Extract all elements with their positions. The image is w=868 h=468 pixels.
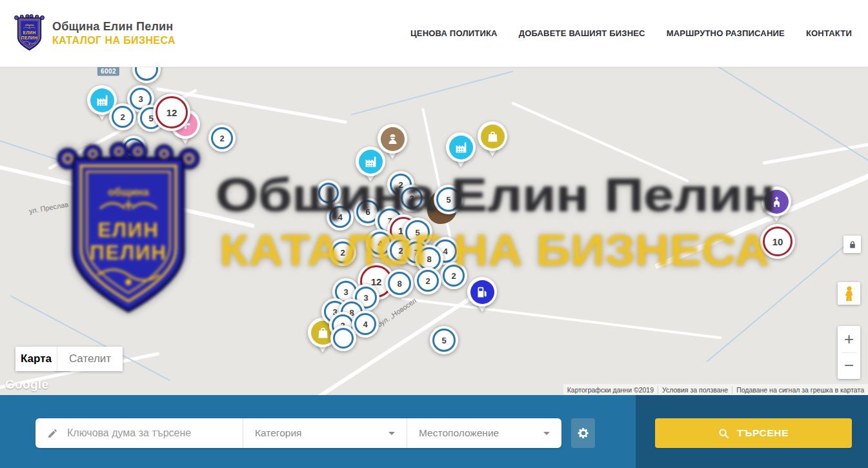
keyword-input[interactable]: [66, 427, 243, 440]
nav-item-pricing[interactable]: ЦЕНОВА ПОЛИТИКА: [410, 28, 498, 38]
church-icon: [770, 195, 783, 209]
cluster-marker[interactable]: 2: [208, 125, 236, 152]
pencil-icon: [47, 428, 58, 439]
bag-pin-marker[interactable]: [478, 121, 507, 164]
nav-item-contacts[interactable]: КОНТАКТИ: [806, 28, 852, 38]
map-canvas[interactable]: 6002105ул. Преславбул. „Новосел 32512223…: [0, 66, 868, 395]
map-attribution: Картографски данни ©2019 Условия за полз…: [563, 384, 868, 395]
cluster-marker[interactable]: [132, 66, 161, 83]
map-type-control: Карта Сателит: [15, 347, 123, 371]
search-icon: [718, 428, 729, 439]
site-logo[interactable]: общинаЕЛИНПЕЛИН Община Елин Пелин КАТАЛО…: [14, 14, 176, 52]
church-pin-marker[interactable]: [762, 187, 791, 229]
cluster-marker[interactable]: [316, 180, 341, 206]
gear-icon: [577, 427, 590, 440]
bag-icon: [486, 130, 500, 143]
cluster-count: [318, 183, 339, 203]
cluster-marker[interactable]: 10: [760, 224, 795, 259]
attribution-copyright: Картографски данни ©2019: [563, 386, 658, 394]
cluster-marker[interactable]: 4: [327, 203, 354, 230]
fuel-pin-marker[interactable]: [467, 277, 497, 320]
location-select-value: Местоположение: [407, 427, 499, 439]
cluster-marker[interactable]: 2: [329, 239, 356, 266]
cluster-marker[interactable]: [121, 136, 146, 161]
nav-item-add-business[interactable]: ДОБАВЕТЕ ВАШИЯТ БИЗНЕС: [519, 28, 645, 38]
cluster-count: 4: [354, 313, 376, 335]
search-submit-button[interactable]: ТЪРСЕНЕ: [655, 418, 852, 448]
advanced-settings-button[interactable]: [571, 418, 595, 448]
logo-title: Община Елин Пелин: [52, 20, 176, 34]
zoom-in-button[interactable]: +: [838, 326, 860, 352]
category-select-value: Категория: [243, 427, 301, 439]
factory-icon: [454, 141, 468, 154]
attribution-report-link[interactable]: Подаване на сигнал за грешка в картата: [732, 386, 868, 394]
pegman-icon: [842, 286, 856, 301]
cluster-marker[interactable]: 2: [109, 103, 136, 130]
cluster-count: 2: [112, 106, 134, 128]
chevron-down-icon: [543, 432, 550, 435]
cluster-marker[interactable]: 8: [385, 269, 414, 298]
cluster-count: [123, 138, 144, 159]
cluster-marker[interactable]: 2: [440, 262, 467, 289]
lock-icon: [848, 240, 857, 249]
fuel-icon: [476, 285, 489, 299]
header: общинаЕЛИНПЕЛИН Община Елин Пелин КАТАЛО…: [0, 0, 868, 67]
cluster-count: 2: [417, 270, 439, 292]
cluster-count: 8: [388, 272, 411, 295]
page: общинаЕЛИНПЕЛИН Община Елин Пелин КАТАЛО…: [0, 0, 868, 468]
cluster-count: 5: [432, 329, 456, 352]
cluster-marker[interactable]: 12: [153, 94, 190, 131]
cluster-count: 3: [401, 187, 423, 209]
main-nav: ЦЕНОВА ПОЛИТИКА ДОБАВЕТЕ ВАШИЯТ БИЗНЕС М…: [410, 0, 852, 66]
cluster-marker[interactable]: 4: [352, 310, 379, 338]
cluster-count: [333, 328, 354, 349]
svg-text:ЕЛИН: ЕЛИН: [23, 30, 35, 35]
chevron-down-icon: [389, 432, 395, 435]
nav-item-schedule[interactable]: МАРШРУТНО РАЗПИСАНИЕ: [667, 28, 785, 38]
search-section: Категория Местоположение ТЪРСЕНЕ: [0, 395, 868, 468]
cluster-marker[interactable]: 5: [434, 185, 463, 214]
svg-text:ПЕЛИН: ПЕЛИН: [21, 36, 37, 40]
svg-text:община: община: [25, 24, 34, 26]
factory-icon: [364, 155, 378, 168]
attribution-terms-link[interactable]: Условия за ползване: [658, 386, 732, 394]
factory-icon: [96, 94, 109, 107]
search-field-group: Категория Местоположение: [35, 418, 561, 448]
cluster-count: 4: [329, 206, 351, 228]
municipality-crest-icon: общинаЕЛИНПЕЛИН: [14, 14, 45, 52]
search-submit-label: ТЪРСЕНЕ: [737, 427, 789, 439]
cluster-count: 5: [436, 187, 461, 212]
logo-text: Община Елин Пелин КАТАЛОГ НА БИЗНЕСА: [52, 20, 176, 46]
factory-pin-marker[interactable]: [446, 132, 476, 175]
zoom-control: + −: [838, 326, 860, 379]
cluster-count: 12: [156, 96, 188, 128]
cluster-count: 2: [211, 127, 233, 149]
cluster-marker[interactable]: 3: [398, 185, 425, 212]
pegman-button[interactable]: [838, 282, 860, 305]
keyword-field: [35, 418, 243, 448]
logo-subtitle: КАТАЛОГ НА БИЗНЕСА: [52, 35, 176, 46]
location-select[interactable]: Местоположение: [407, 418, 561, 448]
cluster-marker[interactable]: [330, 325, 356, 351]
cluster-count: 2: [332, 241, 354, 263]
zoom-out-button[interactable]: −: [838, 353, 860, 380]
cluster-count: [135, 66, 158, 81]
cluster-count: 10: [763, 227, 792, 256]
markers-layer: 32512223564713542274821282333834510: [0, 66, 868, 395]
cluster-count: 2: [443, 265, 465, 287]
bag-icon: [316, 326, 330, 340]
map-type-satellite-button[interactable]: Сателит: [57, 347, 123, 371]
map-type-map-button[interactable]: Карта: [15, 347, 57, 371]
category-select[interactable]: Категория: [243, 418, 407, 448]
google-logo[interactable]: Google: [5, 378, 48, 392]
worker-icon: [386, 132, 399, 146]
lock-button[interactable]: [843, 236, 861, 253]
cluster-marker[interactable]: 5: [430, 326, 458, 354]
factory-pin-marker[interactable]: [356, 147, 385, 189]
cluster-marker[interactable]: 2: [414, 267, 441, 294]
